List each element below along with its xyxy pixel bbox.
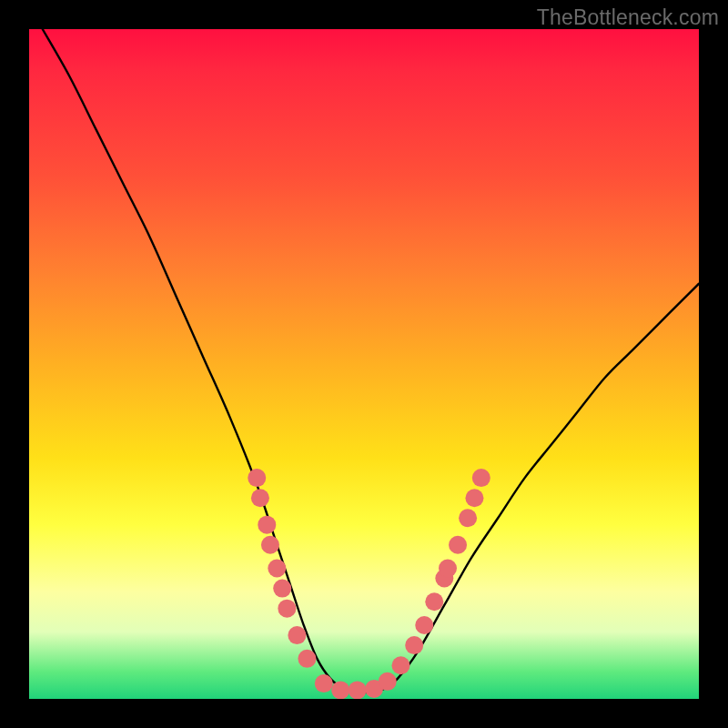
sample-point	[248, 469, 266, 487]
sample-point	[288, 626, 306, 644]
sample-point	[331, 681, 349, 699]
sample-point	[349, 681, 367, 699]
sample-point	[258, 516, 276, 534]
chart-stage: TheBottleneck.com	[0, 0, 728, 728]
sample-point	[251, 489, 269, 507]
sample-point	[278, 600, 296, 618]
sample-point	[405, 636, 423, 654]
sample-point	[298, 650, 316, 668]
plot-area	[29, 29, 699, 699]
sample-point	[465, 489, 483, 507]
sample-point	[379, 672, 397, 691]
watermark-text: TheBottleneck.com	[537, 5, 719, 30]
bottleneck-curve	[43, 29, 699, 693]
sample-point	[273, 580, 291, 598]
sample-point	[268, 559, 286, 577]
sample-point	[425, 592, 443, 611]
sample-point	[472, 469, 490, 487]
sample-point	[415, 616, 433, 634]
sample-point	[391, 656, 410, 674]
sample-point	[261, 536, 279, 554]
chart-svg	[29, 29, 699, 699]
sample-point	[315, 674, 333, 693]
sample-point	[439, 559, 457, 577]
sample-point	[449, 536, 467, 554]
sample-point	[459, 509, 477, 527]
sample-points-group	[248, 469, 490, 699]
